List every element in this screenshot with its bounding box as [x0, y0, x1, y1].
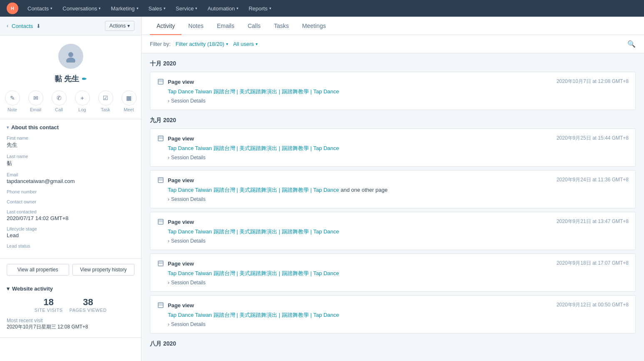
view-property-history-button[interactable]: View property history — [72, 264, 135, 276]
activity-timestamp: 2020年10月7日 at 12:08 GMT+8 — [557, 78, 629, 85]
email-field: Email tapdancetaiwan@gmail.com — [7, 172, 134, 184]
activity-card-header: Page view 2020年9月18日 at 17:07 GMT+8 — [157, 260, 629, 267]
activity-card-header: Page view 2020年9月24日 at 11:36 GMT+8 — [157, 176, 629, 184]
activity-card: Page view 2020年9月25日 at 15:44 GMT+8 Tap … — [150, 128, 636, 167]
about-contact-section: ▾ About this contact First name 先生 Last … — [0, 119, 141, 259]
activity-page-link[interactable]: Tap Dance Taiwan 踢踏台灣 | 美式踢踏舞演出 | 踢踏舞教學 … — [157, 311, 629, 319]
activity-card-header: Page view 2020年10月7日 at 12:08 GMT+8 — [157, 78, 629, 85]
sidebar-header-left: ‹ Contacts ⬇ — [7, 23, 41, 29]
nav-service[interactable]: Service▾ — [172, 4, 201, 13]
activity-page-link[interactable]: Tap Dance Taiwan 踢踏台灣 | 美式踢踏舞演出 | 踢踏舞教學 … — [157, 228, 629, 236]
all-users-button[interactable]: All users ▾ — [233, 41, 258, 47]
svg-point-1 — [68, 52, 73, 57]
nav-conversations[interactable]: Conversations▾ — [58, 4, 105, 13]
session-details-toggle[interactable]: › Session Details — [157, 196, 629, 202]
contact-sidebar: ‹ Contacts ⬇ Actions ▾ 黏 先生 ✏ — [0, 17, 142, 361]
filter-activity-button[interactable]: Filter activity (18/20) ▾ — [176, 41, 228, 47]
nav-sales[interactable]: Sales▾ — [144, 4, 170, 13]
page-view-icon — [157, 78, 164, 85]
filter-by-label: Filter by: — [150, 41, 171, 47]
activity-timestamp: 2020年9月25日 at 15:44 GMT+8 — [557, 135, 629, 142]
site-visits-stat: 18 SITE VISITS — [35, 297, 63, 313]
view-all-properties-button[interactable]: View all properties — [7, 264, 69, 276]
tab-calls[interactable]: Calls — [241, 17, 267, 35]
activity-card: Page view 2020年9月24日 at 11:36 GMT+8 Tap … — [150, 170, 636, 208]
page-view-icon — [157, 176, 164, 184]
pages-viewed-stat: 38 PAGES VIEWED — [70, 297, 107, 313]
activity-page-link[interactable]: Tap Dance Taiwan 踢踏台灣 | 美式踢踏舞演出 | 踢踏舞教學 … — [157, 88, 629, 95]
activity-card-header: Page view 2020年9月21日 at 13:47 GMT+8 — [157, 218, 629, 226]
session-details-toggle[interactable]: › Session Details — [157, 155, 629, 160]
search-activity-button[interactable]: 🔍 — [627, 40, 636, 48]
tab-activity[interactable]: Activity — [150, 17, 182, 35]
session-details-toggle[interactable]: › Session Details — [157, 280, 629, 286]
tab-meetings[interactable]: Meetings — [296, 17, 333, 35]
session-details-toggle[interactable]: › Session Details — [157, 98, 629, 104]
note-action[interactable]: ✎ Note — [5, 90, 20, 112]
activity-card: Page view 2020年9月21日 at 13:47 GMT+8 Tap … — [150, 212, 636, 250]
meet-action[interactable]: ▦ Meet — [122, 90, 137, 112]
email-icon: ✉ — [28, 90, 43, 105]
chevron-down-icon: ▾ — [7, 286, 10, 292]
page-view-icon — [157, 260, 164, 267]
email-action[interactable]: ✉ Email — [28, 90, 43, 112]
contact-avatar — [58, 44, 83, 69]
page-view-icon — [157, 301, 164, 309]
activity-card-header: Page view 2020年9月25日 at 15:44 GMT+8 — [157, 135, 629, 142]
sidebar-header: ‹ Contacts ⬇ Actions ▾ — [0, 17, 141, 35]
month-header: 九月 2020 — [150, 117, 636, 124]
activity-page-link[interactable]: Tap Dance Taiwan 踢踏台灣 | 美式踢踏舞演出 | 踢踏舞教學 … — [157, 186, 629, 194]
activity-type: Page view — [157, 78, 194, 85]
download-icon[interactable]: ⬇ — [36, 23, 41, 29]
page-view-icon — [157, 218, 164, 226]
call-action[interactable]: ✆ Call — [52, 90, 67, 112]
back-arrow-icon[interactable]: ‹ — [7, 23, 8, 29]
tab-notes[interactable]: Notes — [182, 17, 210, 35]
activity-page-link[interactable]: Tap Dance Taiwan 踢踏台灣 | 美式踢踏舞演出 | 踢踏舞教學 … — [157, 145, 629, 152]
actions-button[interactable]: Actions ▾ — [105, 21, 134, 31]
activity-type: Page view — [157, 301, 194, 309]
website-stats: 18 SITE VISITS 38 PAGES VIEWED — [7, 297, 134, 313]
nav-marketing[interactable]: Marketing▾ — [107, 4, 142, 13]
log-action[interactable]: + Log — [75, 90, 90, 112]
session-details-toggle[interactable]: › Session Details — [157, 238, 629, 244]
hubspot-logo[interactable] — [7, 3, 18, 14]
contact-action-icons: ✎ Note ✉ Email ✆ Call + Log ☑ Task — [7, 90, 134, 112]
about-section-title[interactable]: ▾ About this contact — [7, 124, 134, 130]
website-activity-section: ▾ Website activity 18 SITE VISITS 38 PAG… — [0, 281, 141, 338]
tab-tasks[interactable]: Tasks — [267, 17, 296, 35]
edit-contact-icon[interactable]: ✏ — [82, 76, 87, 82]
property-buttons: View all properties View property histor… — [0, 259, 141, 281]
nav-reports[interactable]: Reports▾ — [244, 4, 276, 13]
main-content-area: Activity Notes Emails Calls Tasks Meetin… — [142, 17, 644, 361]
task-action[interactable]: ☑ Task — [98, 90, 113, 112]
tab-emails[interactable]: Emails — [210, 17, 241, 35]
log-icon: + — [75, 90, 90, 105]
activity-page-link[interactable]: Tap Dance Taiwan 踢踏台灣 | 美式踢踏舞演出 | 踢踏舞教學 … — [157, 270, 629, 277]
last-contacted-field: Last contacted 2020/07/17 14:02 GMT+8 — [7, 209, 134, 221]
activity-card: Page view 2020年9月18日 at 17:07 GMT+8 Tap … — [150, 253, 636, 292]
activity-type: Page view — [157, 218, 194, 226]
activity-type: Page view — [157, 135, 194, 142]
activity-type: Page view — [157, 260, 194, 267]
nav-contacts[interactable]: Contacts▾ — [23, 4, 57, 13]
session-details-toggle[interactable]: › Session Details — [157, 321, 629, 327]
activity-tabs: Activity Notes Emails Calls Tasks Meetin… — [142, 17, 644, 35]
activity-feed: 十月 2020 Page view 2020年10月7日 at 12:08 GM — [142, 53, 644, 358]
contact-owner-field: Contact owner — [7, 199, 134, 204]
nav-automation[interactable]: Automation▾ — [203, 4, 243, 13]
task-icon: ☑ — [98, 90, 113, 105]
contact-name: 黏 先生 ✏ — [7, 74, 134, 84]
firstname-field: First name 先生 — [7, 135, 134, 149]
call-icon: ✆ — [52, 90, 67, 105]
month-header: 十月 2020 — [150, 60, 636, 68]
website-activity-title[interactable]: ▾ Website activity — [7, 286, 134, 292]
note-icon: ✎ — [5, 90, 20, 105]
activity-card: Page view 2020年9月12日 at 00:50 GMT+8 Tap … — [150, 295, 636, 333]
most-recent-visit-label: Most recent visit — [7, 318, 134, 323]
month-header: 八月 2020 — [150, 340, 636, 348]
activity-timestamp: 2020年9月12日 at 00:50 GMT+8 — [557, 301, 629, 308]
phone-field: Phone number — [7, 189, 134, 194]
chevron-down-icon: ▾ — [7, 125, 9, 130]
contacts-breadcrumb-link[interactable]: Contacts — [12, 23, 33, 29]
